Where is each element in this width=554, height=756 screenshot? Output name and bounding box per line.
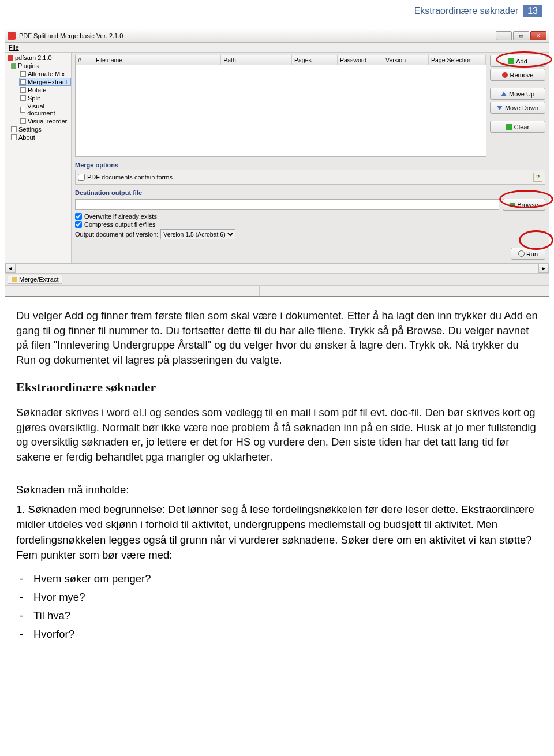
- merge-options-box: PDF documents contain forms ?: [75, 170, 545, 185]
- down-icon: [497, 106, 503, 110]
- col-path[interactable]: Path: [221, 55, 292, 65]
- destination-label: Destination output file: [75, 189, 545, 196]
- instruction-paragraph-1: Du velger Add og finner frem første file…: [16, 308, 538, 367]
- pdf-version-label: Output document pdf version:: [75, 231, 158, 238]
- list-item: Hvem søker om penger?: [33, 570, 538, 588]
- up-icon: [501, 92, 507, 96]
- close-button[interactable]: ✕: [530, 31, 546, 40]
- sidebar: pdfsam 2.1.0 Plugins Alternate Mix Merge…: [5, 53, 72, 263]
- maximize-button[interactable]: ▭: [513, 31, 529, 40]
- add-icon: [508, 58, 514, 64]
- col-pages[interactable]: Pages: [292, 55, 338, 65]
- move-up-button[interactable]: Move Up: [490, 88, 545, 100]
- menu-file[interactable]: File: [9, 44, 19, 51]
- file-table[interactable]: # File name Path Pages Password Version …: [75, 55, 486, 157]
- window-title: PDF Split and Merge basic Ver. 2.1.0: [19, 32, 496, 39]
- numbered-list: 1. Søknaden med begrunnelse: Det lønner …: [16, 502, 538, 563]
- help-icon[interactable]: ?: [533, 173, 542, 182]
- col-password[interactable]: Password: [338, 55, 383, 65]
- tab-icon: [12, 277, 17, 282]
- statusbar: [5, 285, 549, 296]
- col-version[interactable]: Version: [383, 55, 429, 65]
- bottom-tabbar: Merge/Extract: [5, 273, 549, 285]
- pdfsam-icon: [8, 55, 13, 61]
- tree-item-split[interactable]: Split: [19, 94, 71, 102]
- move-down-button[interactable]: Move Down: [490, 102, 545, 114]
- remove-icon: [502, 72, 508, 78]
- scroll-right-icon[interactable]: ►: [538, 264, 549, 273]
- destination-input[interactable]: [75, 199, 499, 210]
- clear-icon: [506, 124, 512, 130]
- instruction-paragraph-2: Søknader skrives i word el.l og sendes s…: [16, 405, 538, 464]
- col-page-selection[interactable]: Page Selection: [429, 55, 486, 65]
- main-panel: # File name Path Pages Password Version …: [72, 53, 549, 263]
- remove-button[interactable]: Remove: [490, 69, 545, 81]
- clear-button[interactable]: Clear: [490, 121, 545, 133]
- list-item: Hvor mye?: [33, 588, 538, 607]
- run-button[interactable]: Run: [511, 248, 545, 260]
- list-item: 1. Søknaden med begrunnelse: Det lønner …: [16, 502, 538, 563]
- col-file-name[interactable]: File name: [93, 55, 221, 65]
- list-item: Til hva?: [33, 607, 538, 625]
- window-titlebar: PDF Split and Merge basic Ver. 2.1.0 — ▭…: [5, 29, 549, 43]
- sub-heading: Søknaden må innholde:: [16, 484, 538, 496]
- app-icon: [8, 32, 16, 40]
- tree-item-settings[interactable]: Settings: [11, 125, 71, 133]
- run-icon: [518, 250, 525, 257]
- overwrite-checkbox[interactable]: Overwrite if already exists: [75, 213, 545, 220]
- tree-item-merge-extract[interactable]: Merge/Extract: [19, 78, 71, 86]
- browse-button[interactable]: Browse: [503, 199, 545, 211]
- merge-options-label: Merge options: [75, 162, 545, 169]
- tree-item-alternate-mix[interactable]: Alternate Mix: [19, 70, 71, 78]
- plugins-icon: [11, 63, 16, 69]
- section-heading: Ekstraordinære søknader: [16, 380, 538, 395]
- tree-item-visual-document[interactable]: Visual document: [19, 102, 71, 117]
- tree-item-visual-reorder[interactable]: Visual reorder: [19, 117, 71, 125]
- tab-merge-extract[interactable]: Merge/Extract: [8, 275, 62, 284]
- minimize-button[interactable]: —: [496, 31, 512, 40]
- pdf-forms-checkbox[interactable]: PDF documents contain forms: [78, 174, 173, 181]
- horizontal-scrollbar[interactable]: ◄ ►: [5, 263, 549, 273]
- header-title: Ekstraordinære søknader: [414, 6, 519, 16]
- app-screenshot: PDF Split and Merge basic Ver. 2.1.0 — ▭…: [5, 29, 549, 297]
- tree-item-about[interactable]: About: [11, 133, 71, 141]
- pdf-version-select[interactable]: Version 1.5 (Acrobat 6): [160, 229, 235, 239]
- compress-checkbox[interactable]: Compress output file/files: [75, 221, 545, 228]
- tree-item-rotate[interactable]: Rotate: [19, 86, 71, 94]
- folder-icon: [510, 203, 515, 207]
- page-number-badge: 13: [523, 5, 542, 17]
- scroll-left-icon[interactable]: ◄: [5, 264, 16, 273]
- list-item: Hvorfor?: [33, 625, 538, 643]
- tree-root[interactable]: pdfsam 2.1.0: [6, 54, 71, 62]
- tree-plugins[interactable]: Plugins: [11, 62, 71, 70]
- dash-list: Hvem søker om penger? Hvor mye? Til hva?…: [33, 570, 538, 643]
- add-button[interactable]: Add: [490, 55, 545, 67]
- menubar: File: [5, 43, 549, 53]
- col-num[interactable]: #: [76, 55, 93, 65]
- page-header: Ekstraordinære søknader 13: [0, 0, 554, 23]
